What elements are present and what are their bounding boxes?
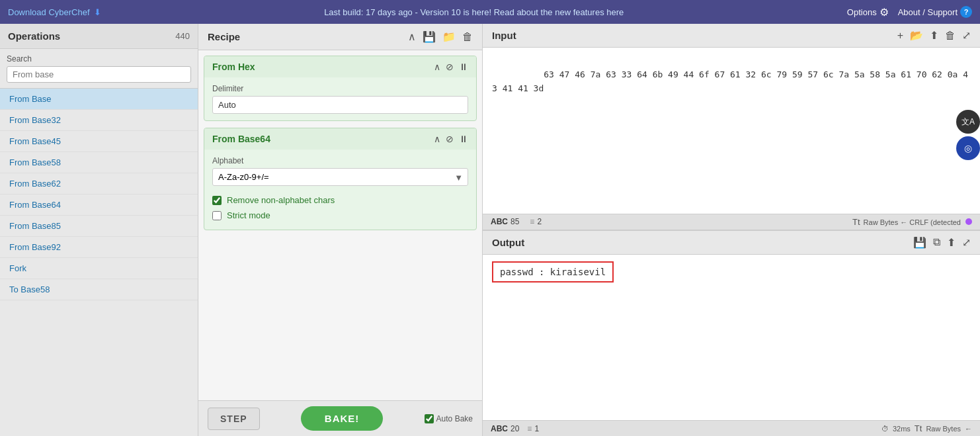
io-container: 文A ◎ Input + 📂 ⬆ 🗑 ⤢ xyxy=(483,24,980,436)
recipe-step-from-hex-icons: ∧ ⊘ ⏸ xyxy=(434,62,468,72)
output-expand-icon[interactable]: ⤢ xyxy=(962,236,971,249)
sidebar-item-from-base64[interactable]: From Base64 xyxy=(0,195,198,216)
input-rawbytes-label: Raw Bytes xyxy=(864,218,899,226)
support-label: About / Support xyxy=(898,7,958,17)
output-line-count: ≡ 1 xyxy=(527,424,539,433)
recipe-step-from-base64: From Base64 ∧ ⊘ ⏸ Alphabet A-Za-z0-9+/= … xyxy=(204,128,477,230)
search-input[interactable] xyxy=(7,66,191,83)
step-from-hex-collapse-icon[interactable]: ∧ xyxy=(434,62,440,72)
sidebar-item-from-base85[interactable]: From Base85 xyxy=(0,216,198,237)
recipe-step-from-hex-header: From Hex ∧ ⊘ ⏸ xyxy=(204,56,476,77)
step-from-base64-disable-icon[interactable]: ⊘ xyxy=(446,134,454,144)
recipe-step-from-base64-icons: ∧ ⊘ ⏸ xyxy=(434,134,468,144)
recipe-empty-area xyxy=(204,237,477,270)
support-button[interactable]: About / Support ? xyxy=(898,6,972,18)
recipe-step-from-hex-body: Delimiter Auto xyxy=(204,77,476,120)
output-result-box: passwd : kiraisevil xyxy=(492,261,614,283)
sidebar-item-to-base58[interactable]: To Base58 xyxy=(0,279,198,300)
bake-button[interactable]: BAKE! xyxy=(301,406,384,431)
output-char-count: ABC 20 xyxy=(491,424,519,433)
input-char-count: ABC 85 xyxy=(491,217,519,226)
input-crlf-label: Tt Raw Bytes ← CRLF (detected xyxy=(852,217,972,227)
output-header-icons: 💾 ⧉ ⬆ ⤢ xyxy=(913,236,971,249)
right-avatars: 文A ◎ xyxy=(956,110,980,160)
sidebar-title: Operations xyxy=(8,30,60,42)
io-panel: Input + 📂 ⬆ 🗑 ⤢ 63 47 46 7a 63 33 64 6b … xyxy=(483,24,980,436)
auto-bake-label[interactable]: Auto Bake xyxy=(436,414,473,423)
topbar-center[interactable]: Last build: 17 days ago - Version 10 is … xyxy=(324,7,624,17)
input-header: Input + 📂 ⬆ 🗑 ⤢ xyxy=(483,24,980,48)
sidebar-item-from-base62[interactable]: From Base62 xyxy=(0,173,198,195)
recipe-step-from-base64-title: From Base64 xyxy=(212,134,270,144)
output-section: Output 💾 ⧉ ⬆ ⤢ passwd : kiraisevil xyxy=(483,231,980,437)
recipe-step-from-base64-header: From Base64 ∧ ⊘ ⏸ xyxy=(204,128,476,150)
step-from-base64-collapse-icon[interactable]: ∧ xyxy=(434,134,440,144)
auto-bake-checkbox[interactable] xyxy=(425,414,434,423)
input-folder-icon[interactable]: 📂 xyxy=(910,29,923,42)
output-copy-icon[interactable]: ⧉ xyxy=(933,236,940,248)
input-upload-icon[interactable]: ⬆ xyxy=(930,29,938,42)
alphabet-select[interactable]: A-Za-z0-9+/= URL safe Filename safe xyxy=(212,168,468,186)
recipe-collapse-icon[interactable]: ∧ xyxy=(408,30,416,43)
input-line-count: ≡ 2 xyxy=(530,217,542,226)
step-from-hex-pause-icon[interactable]: ⏸ xyxy=(459,62,468,72)
auto-bake-section: Auto Bake xyxy=(425,414,473,423)
output-save-icon[interactable]: 💾 xyxy=(913,236,926,249)
recipe-step-from-base64-body: Alphabet A-Za-z0-9+/= URL safe Filename … xyxy=(204,150,476,230)
main-layout: Operations 440 Search From Base From Bas… xyxy=(0,24,980,436)
input-section: Input + 📂 ⬆ 🗑 ⤢ 63 47 46 7a 63 33 64 6b … xyxy=(483,24,980,231)
output-arrow-icon: ← xyxy=(965,425,972,433)
sidebar-item-fork[interactable]: Fork xyxy=(0,258,198,279)
output-time-info: ⏱ 32ms Tt Raw Bytes ← xyxy=(881,423,972,433)
remove-nonalpha-row: Remove non-alphabet chars xyxy=(212,193,468,208)
recipe-header: Recipe ∧ 💾 📁 🗑 xyxy=(198,24,482,50)
input-add-icon[interactable]: + xyxy=(897,30,903,42)
options-button[interactable]: Options ⚙ xyxy=(847,6,889,19)
auto-bake-checkbox-row: Auto Bake xyxy=(425,414,473,423)
sidebar-item-from-base58[interactable]: From Base58 xyxy=(0,152,198,173)
input-tt-icon: Tt xyxy=(852,217,860,227)
output-char-count-value: 20 xyxy=(510,424,519,433)
input-statusbar: ABC 85 ≡ 2 Tt Raw Bytes ← CRLF (detected xyxy=(483,214,980,230)
sidebar-item-from-base[interactable]: From Base xyxy=(0,89,198,110)
strict-mode-label[interactable]: Strict mode xyxy=(227,210,270,220)
recipe-step-from-hex-title: From Hex xyxy=(212,62,255,72)
strict-mode-checkbox[interactable] xyxy=(212,211,222,220)
output-abc-label: ABC xyxy=(491,424,508,433)
magic-dot-icon xyxy=(965,218,972,225)
input-expand-icon[interactable]: ⤢ xyxy=(962,29,971,42)
translate-avatar-button[interactable]: 文A xyxy=(956,110,980,134)
topbar: Download CyberChef ⬇ Last build: 17 days… xyxy=(0,0,980,24)
input-body[interactable]: 63 47 46 7a 63 33 64 6b 49 44 6f 67 61 3… xyxy=(483,48,980,214)
sidebar: Operations 440 Search From Base From Bas… xyxy=(0,24,198,436)
sidebar-item-from-base32[interactable]: From Base32 xyxy=(0,110,198,131)
step-from-base64-pause-icon[interactable]: ⏸ xyxy=(459,134,468,144)
input-line-count-value: 2 xyxy=(537,217,542,226)
recipe-trash-icon[interactable]: 🗑 xyxy=(462,31,473,43)
remove-nonalpha-checkbox[interactable] xyxy=(212,196,222,205)
sidebar-list: From Base From Base32 From Base45 From B… xyxy=(0,89,198,436)
download-label[interactable]: Download CyberChef xyxy=(8,7,90,17)
recipe-save-icon[interactable]: 💾 xyxy=(423,30,436,43)
sidebar-item-from-base92[interactable]: From Base92 xyxy=(0,237,198,258)
recipe-header-icons: ∧ 💾 📁 🗑 xyxy=(408,30,473,43)
remove-nonalpha-label[interactable]: Remove non-alphabet chars xyxy=(227,195,335,205)
input-trash-icon[interactable]: 🗑 xyxy=(945,30,956,42)
support-icon: ? xyxy=(960,6,972,18)
recipe-body: From Hex ∧ ⊘ ⏸ Delimiter Auto From Base6… xyxy=(198,50,482,400)
recipe-folder-icon[interactable]: 📁 xyxy=(442,30,456,43)
sidebar-item-from-base45[interactable]: From Base45 xyxy=(0,131,198,152)
topbar-right: Options ⚙ About / Support ? xyxy=(847,6,972,19)
output-line-icon: ≡ xyxy=(527,424,532,433)
topbar-left: Download CyberChef ⬇ xyxy=(8,7,101,17)
step-from-hex-disable-icon[interactable]: ⊘ xyxy=(446,62,454,72)
output-rawbytes-label: Raw Bytes xyxy=(926,425,961,433)
delimiter-label: Delimiter xyxy=(212,84,468,93)
sidebar-search-label: Search xyxy=(7,54,191,64)
delimiter-value: Auto xyxy=(212,96,468,114)
step-button[interactable]: STEP xyxy=(208,408,260,430)
magic-avatar-button[interactable]: ◎ xyxy=(956,136,980,160)
download-icon: ⬇ xyxy=(94,7,101,17)
output-upload-icon[interactable]: ⬆ xyxy=(947,236,956,249)
options-icon: ⚙ xyxy=(879,6,889,19)
